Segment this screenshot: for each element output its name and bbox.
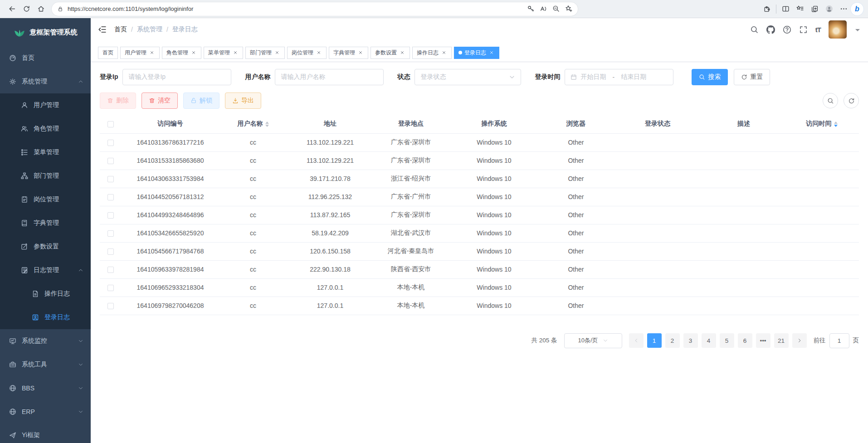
favorites-button[interactable] xyxy=(793,2,807,16)
sidebar-item[interactable]: 系统管理 xyxy=(0,70,91,93)
unlock-button[interactable]: 解锁 xyxy=(183,92,219,109)
sidebar-fold-button[interactable] xyxy=(98,25,107,34)
next-page-button[interactable] xyxy=(792,333,807,348)
tab[interactable]: 登录日志 xyxy=(454,47,499,59)
more-pages-button[interactable]: ••• xyxy=(756,333,770,348)
font-size-button[interactable]: tT xyxy=(815,26,821,34)
help-button[interactable] xyxy=(783,25,791,34)
delete-button[interactable]: 删除 xyxy=(100,92,136,109)
copilot-button[interactable]: b xyxy=(851,3,863,15)
tab[interactable]: 角色管理 xyxy=(162,47,201,59)
browser-reload-button[interactable] xyxy=(19,2,34,16)
tab-close-icon[interactable] xyxy=(316,49,322,56)
toggle-search-button[interactable] xyxy=(823,93,838,108)
tab-close-icon[interactable] xyxy=(441,49,447,56)
extensions-button[interactable] xyxy=(760,2,774,16)
browser-profile-button[interactable] xyxy=(822,2,836,16)
sort-caret-icon[interactable] xyxy=(834,122,838,127)
tab-close-icon[interactable] xyxy=(149,49,155,56)
row-checkbox[interactable] xyxy=(107,194,114,200)
tab-close-icon[interactable] xyxy=(190,49,197,56)
sidebar-item[interactable]: 系统工具 xyxy=(0,353,91,376)
tab[interactable]: 岗位管理 xyxy=(287,47,327,59)
row-checkbox[interactable] xyxy=(107,176,114,182)
sidebar-item[interactable]: 字典管理 xyxy=(0,211,91,235)
breadcrumb-home[interactable]: 首页 xyxy=(114,25,127,34)
sidebar-item[interactable]: BBS xyxy=(0,376,91,400)
sidebar-item[interactable]: 部门管理 xyxy=(0,164,91,188)
column-header[interactable]: 访问时间 xyxy=(785,115,859,133)
export-button[interactable]: 导出 xyxy=(225,92,261,109)
tab[interactable]: 用户管理 xyxy=(120,47,160,59)
sidebar-item[interactable]: 角色管理 xyxy=(0,117,91,141)
collections-button[interactable] xyxy=(807,2,822,16)
read-aloud-button[interactable] xyxy=(537,3,550,15)
tab[interactable]: 字典管理 xyxy=(329,47,368,59)
page-button[interactable]: 1 xyxy=(647,333,662,348)
page-size-select[interactable]: 10条/页 xyxy=(564,333,622,348)
tab-close-icon[interactable] xyxy=(232,49,239,56)
page-button[interactable]: 2 xyxy=(665,333,680,348)
clear-button[interactable]: 清空 xyxy=(141,92,178,109)
sidebar-item[interactable]: Yi框架 xyxy=(0,424,91,443)
row-checkbox[interactable] xyxy=(107,230,114,237)
page-button[interactable]: 4 xyxy=(702,333,716,348)
row-checkbox[interactable] xyxy=(107,212,114,219)
sidebar-item[interactable]: 系统监控 xyxy=(0,329,91,353)
goto-page-input[interactable]: 1 xyxy=(829,333,849,348)
header-search-button[interactable] xyxy=(750,25,759,34)
sidebar-item[interactable]: 登录日志 xyxy=(0,306,91,329)
sidebar-item[interactable]: 菜单管理 xyxy=(0,141,91,164)
page-button[interactable]: 5 xyxy=(720,333,734,348)
password-key-icon[interactable] xyxy=(524,3,537,15)
sidebar-item[interactable]: 操作日志 xyxy=(0,282,91,306)
row-checkbox[interactable] xyxy=(107,267,114,273)
row-checkbox[interactable] xyxy=(107,285,114,291)
tab[interactable]: 部门管理 xyxy=(245,47,285,59)
user-avatar[interactable] xyxy=(829,20,847,39)
tab-close-icon[interactable] xyxy=(488,49,495,56)
refresh-table-button[interactable] xyxy=(844,93,859,108)
row-checkbox[interactable] xyxy=(107,303,114,309)
add-favorite-button[interactable] xyxy=(562,3,575,15)
sidebar-item[interactable]: 参数设置 xyxy=(0,235,91,258)
select-all-header[interactable] xyxy=(100,115,122,133)
page-button[interactable]: 21 xyxy=(774,333,789,348)
row-checkbox[interactable] xyxy=(107,248,114,255)
ip-filter-input[interactable]: 请输入登录Ip xyxy=(122,69,231,85)
date-range-picker[interactable]: 开始日期 - 结束日期 xyxy=(565,69,673,85)
username-filter-input[interactable]: 请输入用户名称 xyxy=(275,69,384,85)
select-all-checkbox[interactable] xyxy=(107,121,114,127)
column-header[interactable]: 用户名称 xyxy=(219,115,287,133)
avatar-caret-icon[interactable] xyxy=(855,29,860,34)
browser-back-button[interactable] xyxy=(5,2,19,16)
sidebar-item[interactable]: 日志管理 xyxy=(0,258,91,282)
tab-close-icon[interactable] xyxy=(357,49,364,56)
prev-page-button[interactable] xyxy=(629,333,644,348)
sidebar-item[interactable]: 用户管理 xyxy=(0,93,91,117)
tab[interactable]: 操作日志 xyxy=(412,47,452,59)
tab[interactable]: 菜单管理 xyxy=(204,47,243,59)
tab-close-icon[interactable] xyxy=(274,49,280,56)
reset-button[interactable]: 重置 xyxy=(734,69,770,85)
browser-menu-button[interactable] xyxy=(836,2,851,16)
search-button[interactable]: 搜索 xyxy=(692,69,728,85)
row-checkbox[interactable] xyxy=(107,158,114,164)
sidebar-item[interactable]: 岗位管理 xyxy=(0,188,91,211)
page-button[interactable]: 6 xyxy=(738,333,752,348)
split-screen-button[interactable] xyxy=(778,2,793,16)
browser-home-button[interactable] xyxy=(34,2,48,16)
address-bar[interactable]: https://ccnetcore.com:1101/system/log/lo… xyxy=(52,2,578,16)
sidebar-item[interactable]: 首页 xyxy=(0,46,91,70)
page-button[interactable]: 3 xyxy=(683,333,698,348)
github-link[interactable] xyxy=(766,25,775,34)
sidebar-item[interactable]: ERP xyxy=(0,400,91,424)
row-checkbox[interactable] xyxy=(107,140,114,146)
tab[interactable]: 首页 xyxy=(98,47,118,59)
status-filter-select[interactable]: 登录状态 xyxy=(414,69,521,85)
fullscreen-button[interactable] xyxy=(799,25,808,34)
zoom-out-button[interactable] xyxy=(550,3,562,15)
tab-close-icon[interactable] xyxy=(399,49,405,56)
tab[interactable]: 参数设置 xyxy=(371,47,410,59)
sort-caret-icon[interactable] xyxy=(265,122,269,127)
